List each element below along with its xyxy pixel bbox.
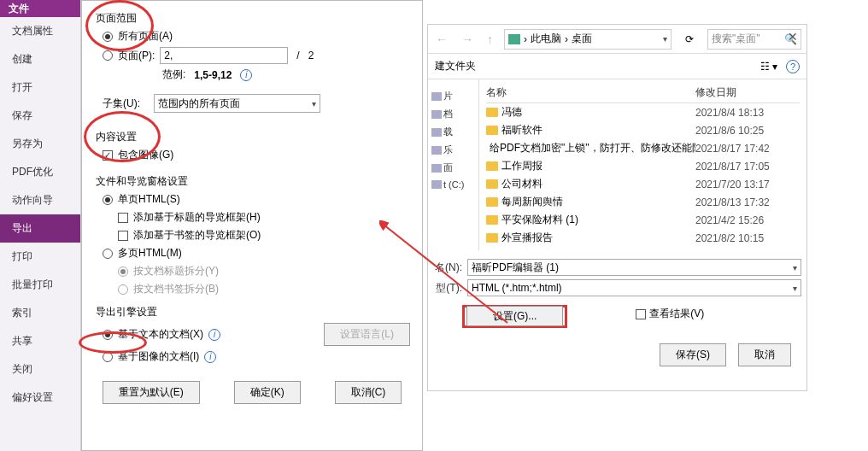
export-settings-panel: 页面范围 所有页面(A) 页面(P): / 2 范例: 1,5-9,12 i 子… (81, 0, 423, 451)
filetype-select[interactable]: HTML (*.htm;*.html)▾ (467, 279, 801, 296)
chevron-down-icon: ▾ (793, 284, 797, 293)
info-icon[interactable]: i (208, 329, 220, 341)
sidebar-item[interactable]: 索引 (0, 299, 80, 327)
file-row[interactable]: 每周新闻舆情2021/8/13 17:32 (486, 193, 800, 211)
file-tree[interactable]: 片档载乐面t (C:) (428, 79, 479, 250)
radio-pages[interactable] (103, 50, 113, 61)
drive-icon (431, 164, 442, 173)
tree-item[interactable]: 乐 (431, 144, 475, 156)
folder-icon (486, 179, 498, 189)
include-images-checkbox[interactable] (103, 150, 113, 161)
sidebar: 文件 文档属性创建打开保存另存为PDF优化动作向导导出打印批量打印索引共享关闭偏… (0, 0, 81, 451)
nav-fwd-icon[interactable]: → (459, 32, 476, 46)
close-icon[interactable]: ✕ (788, 30, 798, 44)
cancel-button[interactable]: 取消(C) (335, 381, 402, 404)
multi-html-label: 多页HTML(M) (118, 246, 182, 261)
set-language-button: 设置语言(L) (324, 323, 410, 346)
pc-icon (508, 34, 520, 44)
file-row[interactable]: 外宣播报告2021/8/2 10:15 (486, 229, 800, 247)
sidebar-item[interactable]: 动作向导 (0, 186, 80, 214)
settings-button[interactable]: 设置(G)... (466, 306, 563, 326)
drive-icon (431, 110, 442, 119)
tree-item[interactable]: 档 (431, 108, 475, 120)
view-result-label: 查看结果(V) (649, 307, 704, 321)
content-settings-title: 内容设置 (96, 130, 410, 144)
page-scope-title: 页面范围 (96, 11, 410, 26)
file-list-header[interactable]: 名称修改日期 (486, 83, 800, 103)
tree-item[interactable]: 载 (431, 126, 475, 138)
include-images-label: 包含图像(G) (118, 148, 173, 162)
nav-up-icon[interactable]: ↑ (484, 32, 496, 46)
annotation-box: 设置(G)... (462, 305, 567, 328)
cancel-button[interactable]: 取消 (738, 343, 791, 366)
sidebar-item[interactable]: 关闭 (0, 355, 80, 384)
tree-item[interactable]: t (C:) (431, 179, 475, 190)
radio-all-pages[interactable] (103, 32, 113, 42)
sidebar-item[interactable]: PDF优化 (0, 158, 80, 186)
subset-label: 子集(U): (103, 97, 149, 111)
radio-image-engine[interactable] (103, 352, 113, 362)
radio-split-bookmark (118, 284, 128, 295)
radio-multi-html[interactable] (103, 249, 113, 259)
help-icon[interactable]: ? (786, 60, 800, 73)
page-total: 2 (308, 50, 314, 62)
sidebar-header: 文件 (0, 0, 80, 17)
example-label: 范例: (162, 67, 185, 82)
page-sep: / (296, 50, 299, 62)
file-row[interactable]: 公司材料2021/7/20 13:17 (486, 175, 800, 193)
nav-bookmarks-checkbox[interactable] (118, 231, 128, 241)
file-row[interactable]: 行业案例库2021/4/23 10:06 (486, 247, 800, 250)
info-icon[interactable]: i (204, 351, 216, 363)
chevron-down-icon: ▾ (663, 34, 667, 44)
save-dialog: ✕ ← → ↑ › 此电脑 › 桌面 ▾ ⟳ 搜索"桌面"🔍 建文件夹 ☷ ▾ … (427, 24, 807, 391)
drive-icon (431, 128, 442, 137)
ok-button[interactable]: 确定(K) (234, 381, 301, 404)
info-icon[interactable]: i (240, 69, 252, 81)
tree-item[interactable]: 片 (431, 90, 475, 102)
file-row[interactable]: 平安保险材料 (1)2021/4/2 15:26 (486, 211, 800, 229)
radio-split-title (118, 266, 128, 277)
file-row[interactable]: 福昕软件2021/8/6 10:25 (486, 121, 800, 139)
pages-label: 页面(P): (118, 49, 155, 63)
folder-icon (486, 215, 498, 225)
file-row[interactable]: 冯德2021/8/4 18:13 (486, 103, 800, 121)
pages-input[interactable] (160, 47, 288, 64)
tree-item[interactable]: 面 (431, 161, 475, 174)
nav-back-icon[interactable]: ← (433, 32, 450, 46)
filetype-label: 型(T): (433, 281, 462, 296)
refresh-icon[interactable]: ⟳ (680, 30, 699, 49)
chevron-down-icon: ▾ (793, 263, 797, 272)
sidebar-item[interactable]: 导出 (0, 214, 80, 243)
sidebar-item[interactable]: 批量打印 (0, 271, 80, 299)
sidebar-item[interactable]: 偏好设置 (0, 384, 80, 412)
sidebar-item[interactable]: 文档属性 (0, 17, 80, 45)
folder-icon (486, 197, 498, 207)
filename-input[interactable]: 福昕PDF编辑器 (1)▾ (467, 259, 801, 276)
file-row[interactable]: 工作周报2021/8/17 17:05 (486, 157, 800, 175)
sidebar-item[interactable]: 创建 (0, 45, 80, 73)
nav-headings-label: 添加基于标题的导览框架(H) (133, 210, 261, 225)
view-options-icon[interactable]: ☷ ▾ (760, 61, 777, 73)
new-folder-button[interactable]: 建文件夹 (435, 59, 476, 73)
reset-button[interactable]: 重置为默认(E) (103, 381, 200, 404)
sidebar-item[interactable]: 打印 (0, 243, 80, 271)
radio-single-html[interactable] (103, 195, 113, 205)
nav-settings-title: 文件和导览窗格设置 (96, 174, 410, 189)
all-pages-label: 所有页面(A) (118, 29, 173, 44)
sidebar-item[interactable]: 另存为 (0, 130, 80, 158)
nav-headings-checkbox[interactable] (118, 213, 128, 223)
breadcrumb[interactable]: › 此电脑 › 桌面 ▾ (504, 29, 672, 50)
sidebar-item[interactable]: 保存 (0, 102, 80, 130)
text-engine-label: 基于文本的文档(X) (118, 327, 203, 342)
sidebar-item[interactable]: 打开 (0, 73, 80, 102)
subset-select[interactable]: 范围内的所有页面▾ (154, 94, 320, 113)
radio-text-engine[interactable] (103, 330, 113, 340)
folder-icon (486, 108, 498, 117)
file-row[interactable]: 给PDF文档加密"上锁"，防打开、防修改还能防…2021/8/17 17:42 (486, 139, 800, 157)
sidebar-item[interactable]: 共享 (0, 327, 80, 355)
folder-icon (486, 233, 498, 243)
drive-icon (431, 180, 442, 189)
view-result-checkbox[interactable] (636, 309, 646, 319)
save-button[interactable]: 保存(S) (660, 343, 726, 366)
chevron-down-icon: ▾ (312, 99, 316, 108)
